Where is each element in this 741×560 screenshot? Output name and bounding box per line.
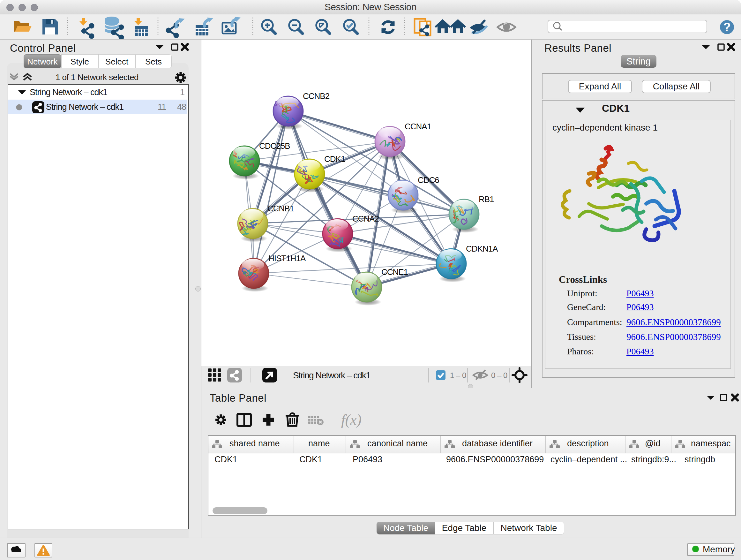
svg-text:HIST1H1A: HIST1H1A (268, 253, 306, 263)
svg-text:CCNE1: CCNE1 (381, 267, 408, 277)
svg-text:CCNA2: CCNA2 (352, 214, 379, 224)
svg-text:f(x): f(x) (341, 412, 361, 428)
svg-text:?: ? (723, 20, 731, 34)
svg-text:CCNB1: CCNB1 (267, 204, 294, 213)
svg-text:String Network – cdk1: String Network – cdk1 (293, 370, 370, 380)
svg-text:CDC25B: CDC25B (259, 141, 290, 151)
svg-text:0 – 0: 0 – 0 (491, 371, 508, 380)
svg-text:CCNA1: CCNA1 (405, 122, 431, 131)
svg-text:CDC6: CDC6 (418, 175, 439, 185)
svg-text:CCNB2: CCNB2 (303, 91, 330, 101)
svg-text:CDKN1A: CDKN1A (466, 244, 498, 253)
svg-text:RB1: RB1 (479, 194, 494, 204)
svg-text:CDK1: CDK1 (324, 154, 345, 164)
svg-text:1 – 0: 1 – 0 (450, 371, 466, 380)
